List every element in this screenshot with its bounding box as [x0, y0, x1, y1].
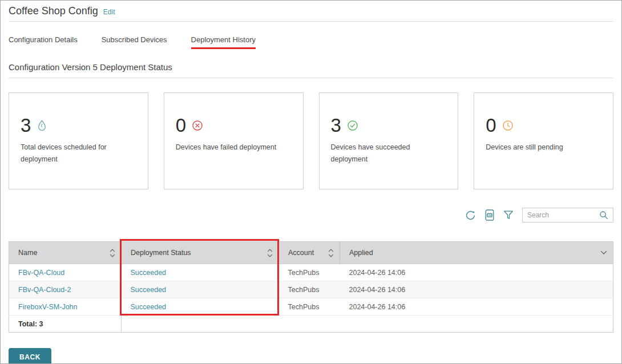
column-header-name[interactable]: Name	[9, 242, 122, 264]
deployment-status-link[interactable]: Succeeded	[131, 286, 167, 294]
sort-icon	[267, 248, 273, 258]
column-header-deployment-status[interactable]: Deployment Status	[122, 242, 279, 264]
stat-card-pending: 0 Devices are still pending	[474, 92, 613, 189]
search-icon[interactable]	[599, 211, 608, 220]
applied-cell: 2024-04-26 14:06	[340, 264, 613, 281]
deployment-table: Name Deployment Status	[9, 241, 613, 333]
deployment-history-page: Coffee Shop Config Edit Configuration De…	[0, 0, 622, 364]
stat-card-failed: 0 Devices have failed deployment	[164, 92, 304, 189]
total-count: Total: 3	[9, 316, 122, 333]
failed-count: 0	[176, 116, 186, 135]
svg-text:CSV: CSV	[487, 215, 492, 217]
tab-deployment-history[interactable]: Deployment History	[191, 35, 256, 49]
succeeded-count: 3	[331, 116, 341, 135]
failed-label: Devices have failed deployment	[176, 141, 278, 153]
page-header: Coffee Shop Config Edit	[1, 1, 621, 17]
table-row: FBv-QA-Cloud-2 Succeeded TechPubs 2024-0…	[9, 281, 613, 298]
column-header-applied[interactable]: Applied	[340, 242, 613, 264]
tab-configuration-details[interactable]: Configuration Details	[9, 35, 78, 49]
sort-icon	[328, 248, 334, 258]
account-cell: TechPubs	[279, 281, 340, 298]
refresh-icon[interactable]	[465, 210, 476, 221]
drop-icon	[37, 119, 47, 132]
success-icon	[347, 120, 358, 131]
page-footer: BACK	[9, 348, 613, 364]
pending-label: Devices are still pending	[486, 141, 588, 153]
tab-subscribed-devices[interactable]: Subscribed Devices	[102, 35, 167, 49]
succeeded-label: Devices have succeeded deployment	[331, 141, 434, 165]
account-cell: TechPubs	[279, 264, 340, 281]
back-button[interactable]: BACK	[9, 348, 51, 364]
account-cell: TechPubs	[279, 298, 340, 316]
edit-link[interactable]: Edit	[103, 8, 115, 16]
scheduled-label: Total devices scheduled for deployment	[21, 141, 123, 165]
section-heading: Configuration Version 5 Deployment Statu…	[9, 62, 613, 78]
filter-icon[interactable]	[503, 210, 514, 220]
pending-count: 0	[486, 116, 496, 135]
device-name-link[interactable]: FireboxV-SM-John	[18, 303, 78, 311]
page-title: Coffee Shop Config	[9, 5, 98, 17]
deployment-status-link[interactable]: Succeeded	[131, 269, 167, 277]
stat-cards: 3 Total devices scheduled for deployment…	[9, 92, 613, 189]
failed-icon	[192, 120, 203, 131]
applied-cell: 2024-04-26 14:06	[340, 298, 613, 316]
table-header-row: Name Deployment Status	[9, 242, 613, 264]
scheduled-count: 3	[21, 116, 31, 135]
search-box	[522, 208, 613, 223]
table-toolbar: CSV	[9, 208, 613, 223]
stat-card-scheduled: 3 Total devices scheduled for deployment	[9, 92, 148, 189]
table-row: FBv-QA-Cloud Succeeded TechPubs 2024-04-…	[9, 264, 613, 281]
sort-icon	[110, 248, 115, 258]
tab-bar: Configuration Details Subscribed Devices…	[9, 35, 613, 49]
device-name-link[interactable]: FBv-QA-Cloud	[18, 269, 64, 277]
applied-cell: 2024-04-26 14:06	[340, 281, 613, 298]
column-header-account[interactable]: Account	[279, 242, 340, 264]
table-total-row: Total: 3	[9, 316, 613, 333]
pending-icon	[502, 120, 514, 131]
stat-card-succeeded: 3 Devices have succeeded deployment	[319, 92, 459, 189]
column-menu-chevron-down-icon[interactable]	[600, 250, 607, 255]
deployment-status-link[interactable]: Succeeded	[131, 303, 167, 311]
search-input[interactable]	[527, 211, 599, 219]
title-divider	[9, 21, 613, 22]
deployment-table-wrap: Name Deployment Status	[9, 241, 613, 333]
device-name-link[interactable]: FBv-QA-Cloud-2	[18, 286, 71, 294]
export-csv-icon[interactable]: CSV	[484, 209, 495, 221]
table-row: FireboxV-SM-John Succeeded TechPubs 2024…	[9, 298, 613, 316]
